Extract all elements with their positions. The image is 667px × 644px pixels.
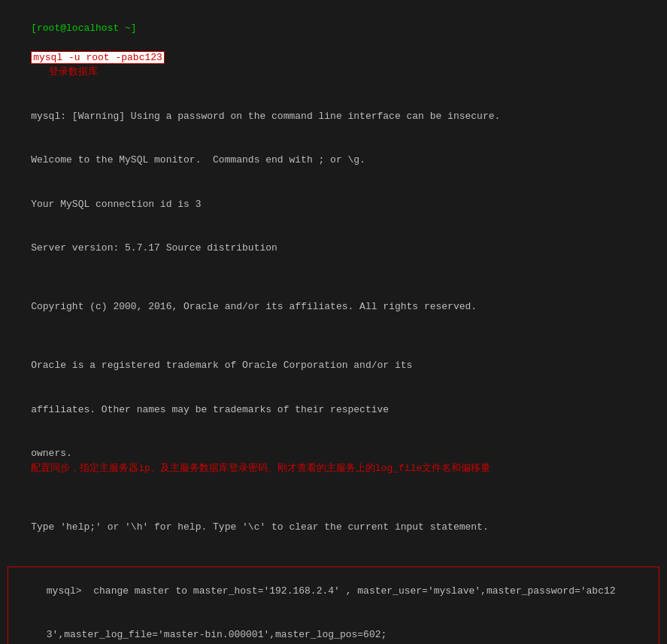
terminal-window: [root@localhost ~] mysql -u root -pabc12… <box>0 0 667 644</box>
line-blank4 <box>8 549 659 564</box>
line-welcome1: Welcome to the MySQL monitor. Commands e… <box>8 138 659 183</box>
line-blank1 <box>8 270 659 285</box>
change-master-line1: mysql> change master to master_host='192… <box>11 569 656 613</box>
line-blank3 <box>8 491 659 506</box>
login-command: mysql -u root -pabc123 <box>31 51 165 64</box>
line-blank2 <box>8 329 659 344</box>
change-master-line2: 3',master_log_file='master-bin.000001',m… <box>11 613 656 645</box>
line-oracle2: affiliates. Other names may be trademark… <box>8 387 659 432</box>
line-oracle1: Oracle is a registered trademark of Orac… <box>8 344 659 388</box>
line-server-version: Server version: 5.7.17 Source distributi… <box>8 226 659 271</box>
line-login: [root@localhost ~] mysql -u root -pabc12… <box>8 6 659 94</box>
owners-annotation: 配置同步，指定主服务器ip、及主服务数据库登录密码、刚才查看的主服务上的log_… <box>31 463 490 474</box>
root-prompt: [root@localhost ~] <box>31 23 136 34</box>
owners-text: owners. <box>31 448 89 459</box>
line-warning: mysql: [Warning] Using a password on the… <box>8 94 659 138</box>
space1 <box>31 37 37 48</box>
line-owners: owners. 配置同步，指定主服务器ip、及主服务数据库登录密码、刚才查看的主… <box>8 432 659 491</box>
line-connection: Your MySQL connection id is 3 <box>8 182 659 226</box>
line-copyright: Copyright (c) 2000, 2016, Oracle and/or … <box>8 285 659 330</box>
login-annotation: 登录数据库 <box>31 66 97 77</box>
change-master-block: mysql> change master to master_host='192… <box>8 567 659 644</box>
line-type-help: Type 'help;' or '\h' for help. Type '\c'… <box>8 505 659 549</box>
